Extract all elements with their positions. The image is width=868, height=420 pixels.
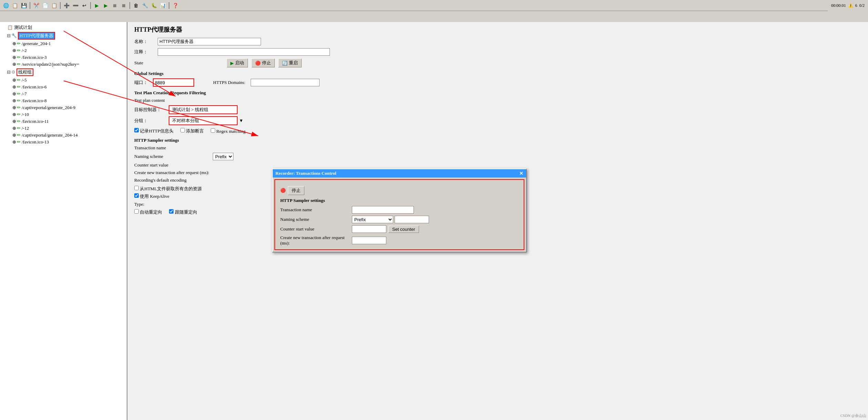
- tree-item-favicon-3[interactable]: ⊕ ✏ /favicon.ico-3: [0, 54, 127, 61]
- dialog-titlebar: Recorder: Transactions Control ✕: [273, 169, 526, 177]
- toolbar-btn-help[interactable]: ❓: [171, 1, 179, 10]
- comment-input[interactable]: [158, 48, 330, 56]
- record-http-label[interactable]: 记录HTTP信息头: [134, 128, 174, 134]
- toolbar-sep-1: [30, 2, 30, 9]
- tree-label-2: /-2: [22, 48, 27, 53]
- group-dropdown-icon[interactable]: ▼: [239, 118, 243, 123]
- tree-expand3: ⊕: [12, 48, 16, 53]
- toolbar-btn-4[interactable]: ✂️: [32, 1, 40, 10]
- tree-l14: /favicon.ico-13: [22, 139, 49, 145]
- tree-s10: ✏: [17, 112, 21, 117]
- name-input[interactable]: [158, 38, 261, 45]
- tree-item-favicon-13[interactable]: ⊕ ✏ /favicon.ico-13: [0, 139, 127, 146]
- toolbar-btn-chart[interactable]: 📊: [159, 1, 167, 10]
- tree-item-http-proxy[interactable]: ⊟ 🔧 HTTP代理服务器: [0, 31, 127, 40]
- regex-matching-label[interactable]: Regex matching: [211, 128, 245, 134]
- tree-item-slash-10[interactable]: ⊕ ✏ /-10: [0, 111, 127, 118]
- trans-name-label: Transaction name: [134, 145, 210, 151]
- toolbar-btn-add[interactable]: ➕: [62, 1, 71, 10]
- tree-sampler-icon-3: ✏: [17, 55, 21, 60]
- tree-s12: ✏: [17, 126, 21, 131]
- dialog-new-trans-input[interactable]: [352, 237, 386, 244]
- counter-start-label: Counter start value: [134, 162, 210, 168]
- http-sampler-section-title: HTTP Sampler settings: [134, 138, 861, 143]
- toolbar-btn-stop2[interactable]: ⏹: [119, 1, 128, 10]
- tree-e13: ⊕: [12, 126, 16, 131]
- add-assertion-label[interactable]: 添加断言: [180, 128, 204, 134]
- comment-label: 注释：: [134, 49, 155, 55]
- toolbar-btn-run[interactable]: ▶: [93, 1, 101, 10]
- recorder-dialog: Recorder: Transactions Control ✕ 🔴 停止 HT…: [272, 169, 527, 252]
- toolbar-btn-stop1[interactable]: ⏹: [111, 1, 119, 10]
- tree-root-icon: 📋: [7, 25, 13, 30]
- stop-label: 停止: [262, 60, 271, 66]
- toolbar-btn-1[interactable]: 🌐: [2, 1, 10, 10]
- https-domains-input[interactable]: [251, 79, 320, 86]
- tree-l7: /-7: [22, 91, 27, 97]
- toolbar-sep-5: [169, 2, 169, 9]
- tree-item-slash-2[interactable]: ⊕ ✏ /-2: [0, 47, 127, 54]
- toolbar-btn-undo[interactable]: ↩: [80, 1, 88, 10]
- tree-s14: ✏: [17, 139, 21, 145]
- tree-item-captive-14[interactable]: ⊕ ✏ /captiveportal/generate_204-14: [0, 132, 127, 139]
- group-value: 不对样本分组: [169, 116, 238, 125]
- tree-e15: ⊕: [12, 139, 16, 145]
- tree-item-thread-group[interactable]: ⊟ ⚙ 线程组: [0, 68, 127, 77]
- stop-btn[interactable]: 🔴 停止: [251, 58, 275, 67]
- keepalive-checkbox[interactable]: [134, 193, 139, 198]
- tree-item-generate-204-1[interactable]: ⊕ ✏ /generate_204-1: [0, 40, 127, 47]
- port-input[interactable]: [153, 78, 194, 87]
- tree-panel: 📋 测试计划 ⊟ 🔧 HTTP代理服务器 ⊕ ✏ /generate_204-1…: [0, 22, 127, 420]
- toolbar-btn-remove[interactable]: ➖: [71, 1, 80, 10]
- toolbar-sep-3: [90, 2, 91, 9]
- toolbar-btn-2[interactable]: 📋: [11, 1, 19, 10]
- dialog-stop-btn[interactable]: 停止: [288, 186, 304, 195]
- toolbar-btn-6[interactable]: 📋: [50, 1, 58, 10]
- follow-redirect-checkbox[interactable]: [169, 209, 174, 214]
- watermark: CSDN @余山山: [840, 413, 866, 418]
- tree-root[interactable]: 📋 测试计划: [0, 24, 127, 31]
- toolbar-btn-clear[interactable]: 🗑: [132, 1, 140, 10]
- tree-sampler-icon-1: ✏: [17, 41, 21, 46]
- keepalive-label[interactable]: 使用 KeepAlive: [134, 194, 169, 199]
- statusbar: 00:00:01 ⚠️ 6 0/2: [828, 0, 868, 11]
- tree-item-service-update[interactable]: ⊕ ✏ /service/update2/json?sup2key=: [0, 61, 127, 68]
- html-resources-label[interactable]: 从HTML文件获取所有含的资源: [134, 186, 202, 191]
- start-btn[interactable]: ▶ 启动: [227, 58, 248, 67]
- dialog-trans-name-input[interactable]: [352, 206, 414, 214]
- tree-item-favicon-6[interactable]: ⊕ ✏ /favicon.ico-6: [0, 84, 127, 90]
- tree-item-slash-5[interactable]: ⊕ ✏ /-5: [0, 77, 127, 84]
- add-assertion-checkbox[interactable]: [180, 128, 185, 132]
- dialog-close-btn[interactable]: ✕: [519, 171, 523, 176]
- auto-redirect[interactable]: 自动重定向: [134, 209, 162, 215]
- dialog-counter-input[interactable]: [352, 225, 386, 233]
- tree-item-slash-7[interactable]: ⊕ ✏ /-7: [0, 90, 127, 97]
- naming-row: Naming scheme: [134, 154, 210, 159]
- tree-item-favicon-8[interactable]: ⊕ ✏ /favicon.ico-8: [0, 97, 127, 104]
- toolbar-btn-settings[interactable]: 🔧: [141, 1, 149, 10]
- follow-redirect[interactable]: 跟随重定向: [169, 209, 197, 215]
- regex-matching-checkbox[interactable]: [211, 128, 215, 133]
- toolbar-btn-5[interactable]: 📄: [41, 1, 49, 10]
- auto-redirect-checkbox[interactable]: [134, 209, 139, 214]
- tree-proxy-icon: 🔧: [11, 33, 17, 39]
- toolbar-btn-debug[interactable]: 🐛: [150, 1, 158, 10]
- toolbar-btn-run2[interactable]: ▶: [102, 1, 110, 10]
- tree-l13: /captiveportal/generate_204-14: [22, 132, 77, 138]
- tree-item-captive-9[interactable]: ⊕ ✏ /captiveportal/generate_204-9: [0, 104, 127, 111]
- dialog-naming-select[interactable]: Prefix: [352, 216, 393, 223]
- name-label: 名称：: [134, 39, 155, 45]
- tree-s5: ✏: [17, 77, 21, 83]
- restart-icon: 🔄: [282, 61, 287, 66]
- html-resources-checkbox[interactable]: [134, 186, 139, 190]
- set-counter-btn[interactable]: Set counter: [388, 226, 419, 233]
- tree-item-favicon-11[interactable]: ⊕ ✏ /favicon.ico-11: [0, 118, 127, 125]
- naming-scheme-select[interactable]: Prefix: [213, 153, 233, 160]
- dialog-naming-input[interactable]: [395, 216, 429, 223]
- tree-s8: ✏: [17, 98, 21, 104]
- toolbar-btn-3[interactable]: 💾: [20, 1, 28, 10]
- target-controller-label: 目标控制器：: [134, 107, 165, 113]
- tree-item-slash-12[interactable]: ⊕ ✏ /-12: [0, 125, 127, 132]
- restart-btn[interactable]: 🔄 重启: [278, 58, 302, 67]
- record-http-checkbox[interactable]: [134, 128, 139, 132]
